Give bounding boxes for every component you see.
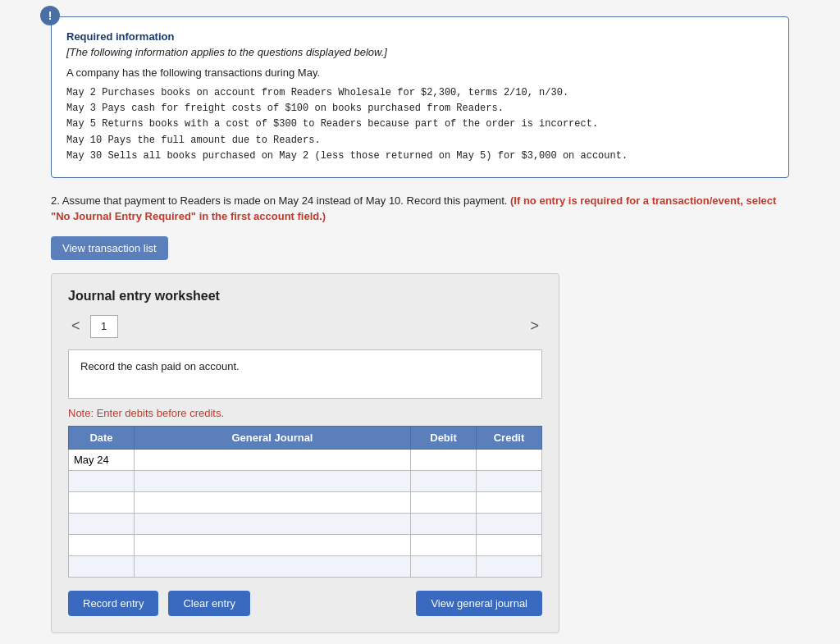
cell-credit[interactable] [477,470,542,491]
info-box-subtitle: [The following information applies to th… [66,46,774,58]
cell-date[interactable] [69,513,135,534]
cell-debit[interactable] [411,491,477,513]
nav-prev-button[interactable]: < [68,317,84,335]
info-box: ! Required information [The following in… [51,16,789,178]
cell-journal[interactable] [135,534,411,555]
table-row [69,513,542,534]
cell-credit[interactable] [477,449,542,470]
cell-date[interactable] [69,555,135,577]
cell-date[interactable] [69,534,135,555]
clear-entry-button[interactable]: Clear entry [168,591,250,616]
action-buttons: Record entry Clear entry View general jo… [68,591,542,616]
header-journal: General Journal [135,426,411,449]
page-wrapper: ! Required information [The following in… [51,16,789,633]
transaction-5: May 30 Sells all books purchased on May … [66,148,774,164]
question-number: 2. [51,194,60,207]
input-credit[interactable] [477,450,541,470]
transaction-3: May 5 Returns books with a cost of $300 … [66,116,774,132]
table-row [69,449,542,470]
instruction-text: Record the cash paid on account. [80,360,240,372]
cell-credit[interactable] [477,513,542,534]
journal-table: Date General Journal Debit Credit [68,426,542,578]
input-debit[interactable] [411,556,476,577]
cell-credit[interactable] [477,491,542,513]
view-transaction-list-button[interactable]: View transaction list [51,236,168,260]
question-body: Assume that payment to Readers is made o… [62,194,510,207]
view-general-journal-button[interactable]: View general journal [416,591,542,616]
input-debit[interactable] [411,492,476,513]
input-date[interactable] [69,514,134,534]
cell-journal[interactable] [135,491,411,513]
input-date[interactable] [69,450,134,470]
input-journal[interactable] [135,535,410,555]
input-journal[interactable] [135,492,410,513]
input-credit[interactable] [477,535,541,555]
record-entry-button[interactable]: Record entry [68,591,158,616]
input-journal[interactable] [135,556,410,577]
input-date[interactable] [69,556,134,577]
input-credit[interactable] [477,471,541,491]
input-debit[interactable] [411,514,476,534]
question-text: 2. Assume that payment to Readers is mad… [51,193,789,225]
input-date[interactable] [69,492,134,513]
cell-date[interactable] [69,470,135,491]
input-credit[interactable] [477,556,541,577]
worksheet-title: Journal entry worksheet [68,289,542,304]
input-debit[interactable] [411,471,476,491]
cell-journal[interactable] [135,555,411,577]
cell-date[interactable] [69,449,135,470]
header-debit: Debit [411,426,477,449]
transaction-2: May 3 Pays cash for freight costs of $10… [66,101,774,116]
table-row [69,534,542,555]
cell-debit[interactable] [411,449,477,470]
table-header-row: Date General Journal Debit Credit [69,426,542,449]
info-box-transactions: May 2 Purchases books on account from Re… [66,85,774,164]
cell-credit[interactable] [477,555,542,577]
note-text: Note: Enter debits before credits. [68,407,542,419]
input-credit[interactable] [477,514,541,534]
input-journal[interactable] [135,450,410,470]
input-journal[interactable] [135,471,410,491]
instruction-box: Record the cash paid on account. [68,349,542,399]
page-number-box: 1 [90,315,118,338]
cell-journal[interactable] [135,449,411,470]
input-date[interactable] [69,535,134,555]
info-box-intro: A company has the following transactions… [66,66,774,79]
info-box-title: Required information [66,30,774,43]
table-row [69,491,542,513]
input-debit[interactable] [411,450,476,470]
transaction-4: May 10 Pays the full amount due to Reade… [66,133,774,148]
cell-journal[interactable] [135,470,411,491]
transaction-1: May 2 Purchases books on account from Re… [66,85,774,101]
cell-debit[interactable] [411,470,477,491]
cell-debit[interactable] [411,513,477,534]
header-credit: Credit [477,426,542,449]
nav-row: < 1 > [68,315,542,338]
input-credit[interactable] [477,492,541,513]
input-date[interactable] [69,471,134,491]
input-journal[interactable] [135,514,410,534]
nav-next-button[interactable]: > [527,317,542,335]
cell-date[interactable] [69,491,135,513]
cell-journal[interactable] [135,513,411,534]
cell-debit[interactable] [411,555,477,577]
cell-debit[interactable] [411,534,477,555]
header-date: Date [69,426,135,449]
info-icon: ! [40,6,60,25]
cell-credit[interactable] [477,534,542,555]
worksheet-card: Journal entry worksheet < 1 > Record the… [51,273,559,633]
input-debit[interactable] [411,535,476,555]
table-row [69,555,542,577]
table-row [69,470,542,491]
